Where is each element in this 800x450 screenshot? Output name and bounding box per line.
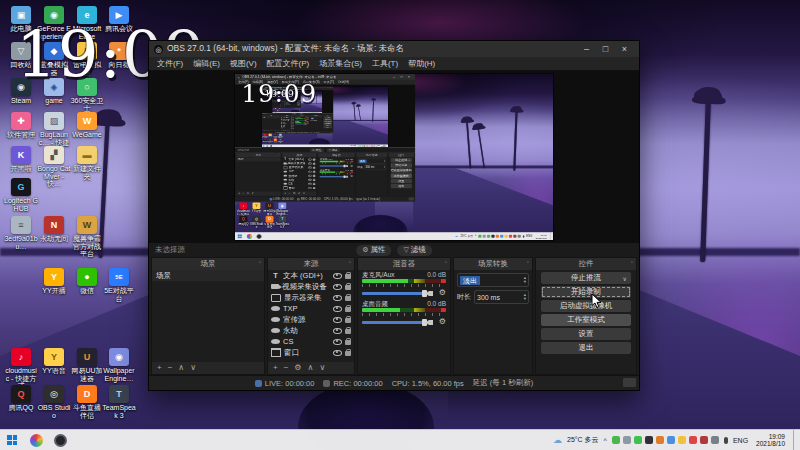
resize-grip[interactable] — [623, 378, 636, 387]
scenes-toolbar-button[interactable]: ∨ — [190, 364, 196, 372]
taskbar-app-obs[interactable] — [48, 430, 72, 450]
desktop-icon[interactable]: N永劫无间 — [37, 216, 71, 243]
desktop-icon[interactable]: U网易UU加速器 — [70, 348, 104, 382]
channel-settings-gear-icon[interactable]: ⚙ — [439, 289, 446, 297]
menu-item[interactable]: 场景集合(S) — [314, 58, 367, 69]
source-item[interactable]: CS — [268, 336, 354, 347]
control-button[interactable]: 开始录制 — [541, 286, 631, 298]
speaker-icon[interactable] — [429, 320, 433, 325]
desktop-icon[interactable]: GLogitech G HUB — [4, 178, 38, 212]
desktop-icon[interactable]: ♪cloudmusic - 快捷方式 — [4, 348, 38, 390]
visibility-eye-icon[interactable] — [333, 328, 342, 334]
lock-icon[interactable] — [345, 307, 351, 312]
source-item[interactable]: 视频采集设备 — [268, 281, 354, 292]
desktop-icon[interactable]: D斗鱼直播伴侣 — [70, 385, 104, 419]
show-desktop-button[interactable] — [793, 430, 798, 450]
control-button[interactable]: 退出 — [541, 342, 631, 354]
source-item[interactable]: 宣传源 — [268, 314, 354, 325]
tray-icon[interactable] — [667, 436, 675, 444]
desktop-icon[interactable]: ▬新建文件夹 — [70, 146, 104, 180]
visibility-eye-icon[interactable] — [333, 350, 342, 356]
chevron-down-icon[interactable]: ∨ — [623, 275, 627, 282]
tray-expand-icon[interactable]: ^ — [604, 437, 607, 444]
sources-toolbar-button[interactable]: + — [273, 364, 278, 372]
visibility-eye-icon[interactable] — [333, 273, 342, 279]
tray-icon[interactable] — [678, 436, 686, 444]
properties-button[interactable]: ⚙ 属性 — [356, 245, 391, 256]
minimize-button[interactable]: – — [577, 42, 596, 57]
obs-titlebar[interactable]: ◎ OBS 27.0.1 (64-bit, windows) - 配置文件: 未… — [149, 41, 639, 57]
tray-icon[interactable] — [700, 436, 708, 444]
channel-settings-gear-icon[interactable]: ⚙ — [439, 318, 446, 326]
lock-icon[interactable] — [345, 329, 351, 334]
scenes-toolbar-button[interactable]: − — [168, 364, 173, 372]
scenes-toolbar-button[interactable]: + — [157, 364, 162, 372]
start-button[interactable] — [0, 430, 24, 450]
desktop-icon[interactable]: WWeGame — [70, 112, 104, 139]
desktop-icon[interactable]: ✚软件管理 — [4, 112, 38, 139]
desktop-icon[interactable]: YYY开播 — [37, 268, 71, 295]
lock-icon[interactable] — [345, 351, 351, 356]
control-button[interactable]: 工作室模式 — [541, 314, 631, 326]
tray-icon[interactable] — [645, 436, 653, 444]
desktop-icon[interactable]: W魔兽争霸官方对战平台 — [70, 216, 104, 258]
tray-icon[interactable] — [711, 436, 719, 444]
source-item[interactable]: 窗口 — [268, 347, 354, 358]
obs-preview[interactable]: ▣此电脑◉GeForce ExperienceeMicrosoft Edge▶腾… — [235, 74, 553, 240]
taskbar-clock[interactable]: 19:09 2021/8/10 — [753, 433, 788, 447]
tray-icon[interactable] — [656, 436, 664, 444]
volume-slider[interactable] — [362, 321, 426, 324]
menu-item[interactable]: 视图(V) — [225, 58, 262, 69]
control-button[interactable]: 设置 — [541, 328, 631, 340]
volume-slider[interactable] — [362, 292, 426, 295]
menu-item[interactable]: 帮助(H) — [403, 58, 440, 69]
lock-icon[interactable] — [345, 296, 351, 301]
visibility-eye-icon[interactable] — [333, 339, 342, 345]
visibility-eye-icon[interactable] — [333, 295, 342, 301]
desktop-icon[interactable]: TTeamSpeak 3 — [102, 385, 136, 419]
menu-item[interactable]: 配置文件(P) — [262, 58, 315, 69]
lock-icon[interactable] — [345, 274, 351, 279]
filters-button[interactable]: ▽ 滤镜 — [397, 245, 431, 256]
close-button[interactable]: × — [615, 42, 634, 57]
control-button[interactable]: 停止推流∨ — [541, 272, 631, 284]
speaker-icon[interactable] — [429, 291, 433, 296]
lock-icon[interactable] — [345, 340, 351, 345]
sources-toolbar-button[interactable]: − — [284, 364, 289, 372]
control-button[interactable]: 启动虚拟摄像机 — [541, 300, 631, 312]
tray-icon[interactable] — [623, 436, 631, 444]
tray-icon[interactable] — [689, 436, 697, 444]
desktop-icon[interactable]: K开黑啦 — [4, 146, 38, 173]
desktop-icon[interactable]: Q腾讯QQ — [4, 385, 38, 412]
maximize-button[interactable]: □ — [596, 42, 615, 57]
input-language[interactable]: ENG — [733, 437, 748, 444]
lock-icon[interactable] — [345, 285, 351, 290]
desktop-icon[interactable]: ≡3edf9a01bu… — [4, 216, 38, 250]
source-item[interactable]: 永劫 — [268, 325, 354, 336]
sources-toolbar-button[interactable]: ⚙ — [294, 364, 301, 372]
desktop-icon[interactable]: ▞Bongo Cat Mver - 快… — [37, 146, 71, 188]
source-item[interactable]: T文本 (GDI+) — [268, 270, 354, 281]
visibility-eye-icon[interactable] — [333, 306, 342, 312]
taskbar-app-wallpaper-engine[interactable] — [24, 430, 48, 450]
desktop-icon[interactable]: ●微信 — [70, 268, 104, 295]
microphone-tray-icon[interactable] — [724, 437, 728, 444]
menu-item[interactable]: 文件(F) — [152, 58, 188, 69]
sources-toolbar-button[interactable]: ∨ — [319, 364, 325, 372]
desktop-icon[interactable]: 5E5E对战平台 — [102, 268, 136, 302]
lock-icon[interactable] — [345, 318, 351, 323]
duration-spinbox[interactable]: 300 ms ▴▾ — [474, 290, 529, 304]
source-item[interactable]: TXP — [268, 303, 354, 314]
weather-label[interactable]: 25°C 多云 — [567, 435, 599, 445]
scenes-toolbar-button[interactable]: ∧ — [178, 364, 184, 372]
desktop-icon[interactable]: ◉Wallpaper Engine… — [102, 348, 136, 382]
transition-select[interactable]: 淡出 ▴▾ — [457, 273, 529, 287]
visibility-eye-icon[interactable] — [333, 284, 342, 290]
sources-toolbar-button[interactable]: ∧ — [308, 364, 314, 372]
desktop-icon[interactable]: YYY语音 — [37, 348, 71, 375]
desktop-icon[interactable]: ◎OBS Studio — [37, 385, 71, 419]
menu-item[interactable]: 工具(T) — [367, 58, 403, 69]
visibility-eye-icon[interactable] — [333, 317, 342, 323]
tray-icon[interactable] — [634, 436, 642, 444]
tray-icon[interactable] — [612, 436, 620, 444]
